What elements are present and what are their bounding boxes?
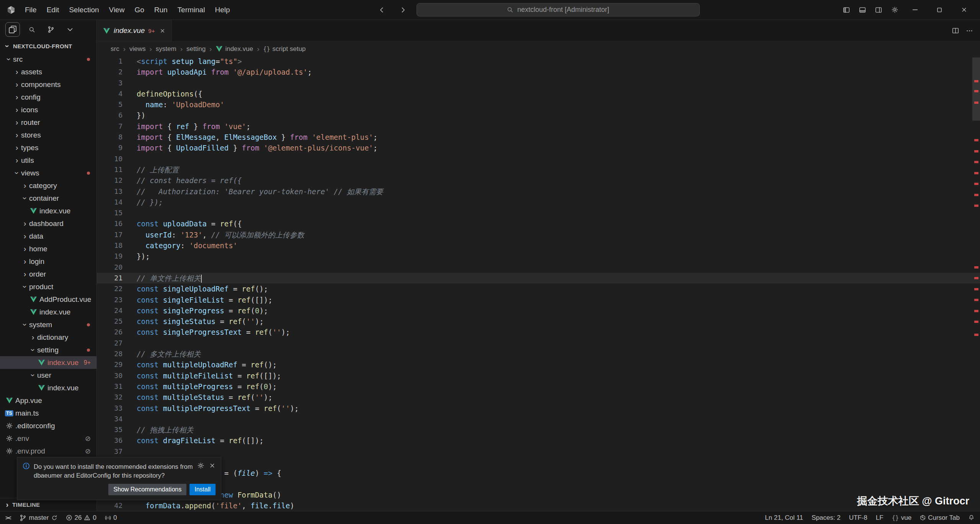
breadcrumb-item[interactable]: system: [156, 45, 176, 53]
tree-item-dictionary[interactable]: ›dictionary: [0, 331, 96, 344]
minimize-button[interactable]: [903, 0, 927, 20]
tree-item-system[interactable]: ›system: [0, 318, 96, 331]
code-line-42[interactable]: 42 formData.append('file', file.file): [97, 500, 980, 511]
install-button[interactable]: Install: [189, 484, 216, 495]
code-line-40[interactable]: 40 console.log(file): [97, 479, 980, 490]
tree-item-config[interactable]: ›config: [0, 91, 96, 103]
code-line-19[interactable]: 19});: [97, 251, 980, 262]
status-indentation[interactable]: Spaces: 2: [812, 514, 841, 522]
code-line-6[interactable]: 6}): [97, 110, 980, 121]
maximize-button[interactable]: [927, 0, 952, 20]
close-window-button[interactable]: [952, 0, 976, 20]
notification-close-icon[interactable]: [209, 462, 216, 469]
code-line-14[interactable]: 14// });: [97, 197, 980, 208]
split-editor-icon[interactable]: [952, 27, 959, 34]
settings-gear-icon[interactable]: [887, 2, 903, 18]
code-line-32[interactable]: 32const multipleStatus = ref('');: [97, 392, 980, 403]
tree-item-product[interactable]: ›product: [0, 280, 96, 293]
tree-item-icons[interactable]: ›icons: [0, 103, 96, 116]
code-line-9[interactable]: 9import { UploadFilled } from '@element-…: [97, 142, 980, 153]
more-actions-icon[interactable]: [966, 27, 973, 34]
breadcrumb-item[interactable]: views: [129, 45, 146, 53]
code-line-37[interactable]: 37: [97, 446, 980, 457]
breadcrumb-item[interactable]: {}script setup: [263, 45, 306, 53]
breadcrumb-item[interactable]: src: [111, 45, 119, 53]
tree-item-src[interactable]: ›src: [0, 53, 96, 66]
tree-item-index.vue[interactable]: index.vue: [0, 205, 96, 217]
scrollbar-thumb[interactable]: [972, 57, 980, 121]
code-line-21[interactable]: 21// 单文件上传相关: [97, 273, 980, 283]
toggle-primary-sidebar-icon[interactable]: [838, 2, 854, 18]
code-line-38[interactable]: 38// 自定义上传请求: [97, 457, 980, 468]
status-notifications[interactable]: [968, 514, 975, 521]
tree-item-assets[interactable]: ›assets: [0, 66, 96, 78]
status-cursor-position[interactable]: Ln 21, Col 11: [765, 514, 803, 522]
code-line-10[interactable]: 10: [97, 154, 980, 164]
menu-edit[interactable]: Edit: [42, 3, 64, 16]
search-box[interactable]: nextcloud-front [Administrator]: [416, 3, 700, 16]
code-line-36[interactable]: 36const dragFileList = ref([]);: [97, 435, 980, 446]
status-problems[interactable]: 260: [66, 514, 96, 522]
toggle-secondary-sidebar-icon[interactable]: [871, 2, 887, 18]
code-line-35[interactable]: 35// 拖拽上传相关: [97, 424, 980, 435]
tree-item-category[interactable]: ›category: [0, 179, 96, 192]
tree-item-.env[interactable]: .env⊘: [0, 432, 96, 445]
code-line-39[interactable]: 39const customRequest = (file) => {: [97, 468, 980, 478]
code-line-34[interactable]: 34: [97, 414, 980, 424]
code-line-13[interactable]: 13// Authorization: 'Bearer your-token-h…: [97, 186, 980, 197]
code-line-27[interactable]: 27: [97, 338, 980, 349]
tree-item-index.vue[interactable]: index.vue9+: [0, 356, 96, 369]
code-line-7[interactable]: 7import { ref } from 'vue';: [97, 121, 980, 132]
tree-item-utils[interactable]: ›utils: [0, 154, 96, 167]
code-line-11[interactable]: 11// 上传配置: [97, 164, 980, 175]
code-line-22[interactable]: 22const singleUploadRef = ref();: [97, 283, 980, 294]
tree-item-main.ts[interactable]: TSmain.ts: [0, 407, 96, 419]
code-line-16[interactable]: 16const uploadData = ref({: [97, 218, 980, 229]
tree-item-components[interactable]: ›components: [0, 78, 96, 91]
code-line-28[interactable]: 28// 多文件上传相关: [97, 349, 980, 359]
tree-item-.editorconfig[interactable]: .editorconfig: [0, 419, 96, 432]
status-eol[interactable]: LF: [876, 514, 884, 522]
breadcrumb-item[interactable]: setting: [186, 45, 206, 53]
tree-item-views[interactable]: ›views: [0, 167, 96, 179]
tab-close-icon[interactable]: [160, 28, 165, 34]
menu-file[interactable]: File: [20, 3, 42, 16]
tree-item-user[interactable]: ›user: [0, 369, 96, 382]
code-line-5[interactable]: 5 name: 'UploadDemo': [97, 99, 980, 110]
tree-item-app.vue[interactable]: App.vue: [0, 394, 96, 407]
code-line-33[interactable]: 33const multipleProgressText = ref('');: [97, 403, 980, 414]
code-line-25[interactable]: 25const singleStatus = ref('');: [97, 316, 980, 327]
status-language-mode[interactable]: {}vue: [892, 514, 911, 522]
show-recommendations-button[interactable]: Show Recommendations: [108, 484, 186, 495]
tree-item-addproduct.vue[interactable]: AddProduct.vue: [0, 293, 96, 306]
explorer-section-header[interactable]: › NEXTCLOUD-FRONT: [0, 39, 96, 53]
code-line-17[interactable]: 17 userId: '123', // 可以添加额外的上传参数: [97, 229, 980, 240]
code-line-41[interactable]: 41 const formData = new FormData(): [97, 490, 980, 500]
tree-item-container[interactable]: ›container: [0, 192, 96, 205]
status-cursor-tab[interactable]: Cursor Tab: [920, 514, 960, 522]
status-git-branch[interactable]: master: [19, 514, 57, 522]
toggle-panel-icon[interactable]: [854, 2, 871, 18]
code-line-30[interactable]: 30const multipleFileList = ref([]);: [97, 370, 980, 381]
code-line-18[interactable]: 18 category: 'documents': [97, 240, 980, 251]
tree-item-types[interactable]: ›types: [0, 141, 96, 154]
code-line-29[interactable]: 29const multipleUploadRef = ref();: [97, 359, 980, 370]
menu-run[interactable]: Run: [149, 3, 173, 16]
menu-selection[interactable]: Selection: [64, 3, 104, 16]
status-encoding[interactable]: UTF-8: [849, 514, 867, 522]
code-editor[interactable]: 1<script setup lang="ts">2import uploadA…: [97, 56, 980, 511]
tree-item-index.vue[interactable]: index.vue: [0, 306, 96, 318]
tree-item-index.vue[interactable]: index.vue: [0, 382, 96, 394]
code-line-20[interactable]: 20: [97, 262, 980, 273]
code-line-2[interactable]: 2import uploadApi from '@/api/upload.ts'…: [97, 67, 980, 77]
tab-index-vue[interactable]: index.vue 9+: [97, 20, 172, 41]
tree-item-setting[interactable]: ›setting: [0, 344, 96, 356]
tree-item-.env.prod[interactable]: .env.prod⊘: [0, 445, 96, 457]
tree-item-order[interactable]: ›order: [0, 268, 96, 280]
source-control-icon[interactable]: [44, 22, 58, 37]
code-line-12[interactable]: 12// const headers = ref({: [97, 175, 980, 186]
code-line-1[interactable]: 1<script setup lang="ts">: [97, 56, 980, 67]
tree-item-stores[interactable]: ›stores: [0, 129, 96, 141]
menu-go[interactable]: Go: [129, 3, 149, 16]
code-line-31[interactable]: 31const multipleProgress = ref(0);: [97, 381, 980, 392]
